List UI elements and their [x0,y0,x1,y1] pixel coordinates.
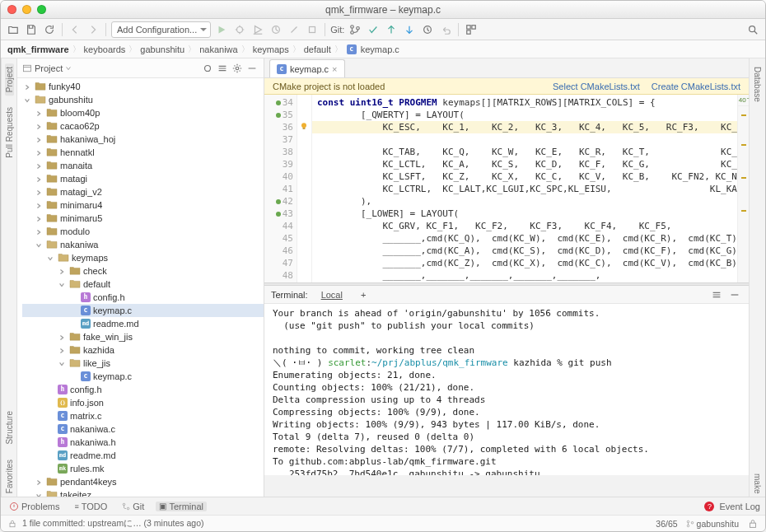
tree-file[interactable]: mkrules.mk [22,462,264,475]
attach-icon[interactable] [287,22,301,37]
tree-folder[interactable]: takeitez [22,488,264,497]
tree-file[interactable]: {}info.json [22,396,264,409]
git-commit-icon[interactable] [366,22,381,37]
structure-tool-button[interactable]: Structure [5,408,14,448]
terminal-tab-local[interactable]: Local [316,288,348,301]
close-window-button[interactable] [7,5,16,14]
tree-chevron-icon[interactable] [58,267,67,275]
close-tab-icon[interactable]: × [332,64,337,74]
reload-icon[interactable] [42,22,57,37]
tree-folder[interactable]: bloom40p [22,106,264,119]
tree-folder[interactable]: cacao62p [22,119,264,133]
terminal-tool-button[interactable]: ▣Terminal [156,502,207,511]
search-everywhere-icon[interactable] [745,22,760,37]
terminal-settings-icon[interactable] [709,287,724,302]
stop-icon[interactable] [305,22,320,37]
todo-tool-button[interactable]: ≡TODO [71,502,110,511]
tree-chevron-icon[interactable] [35,478,44,486]
tree-chevron-icon[interactable] [58,333,67,341]
tree-folder[interactable]: check [22,264,264,278]
git-branch-icon[interactable] [348,22,362,37]
tree-chevron-icon[interactable] [24,82,32,91]
code-editor[interactable]: 343536373839404142434445464748 const uin… [264,95,749,282]
tree-view-selector[interactable]: Project [22,63,72,73]
pull-requests-tool-button[interactable]: Pull Requests [5,104,14,161]
project-structure-icon[interactable] [464,22,479,37]
inspection-indicator[interactable]: 40 ˇ [738,95,749,106]
tree-folder[interactable]: nakaniwa [22,238,264,251]
coverage-icon[interactable] [250,22,265,37]
tree-folder[interactable]: matagi_v2 [22,185,264,198]
tree-folder[interactable]: keymaps [22,251,264,264]
tree-file[interactable]: mdreadme.md [22,449,264,462]
git-rollback-icon[interactable] [438,22,453,37]
tree-folder[interactable]: fake_win_jis [22,330,264,343]
project-tree[interactable]: funky40gabunshitubloom40pcacao62phakaniw… [17,78,264,497]
tree-folder[interactable]: funky40 [22,80,264,93]
editor-right-gutter[interactable]: 40 ˇ [737,95,749,282]
nav-back-icon[interactable] [68,22,82,37]
status-message[interactable]: 1 file committed: upstreamに… (3 minutes … [22,518,204,530]
tree-folder[interactable]: default [22,278,264,291]
crumb-file[interactable]: keymap.c [361,44,399,54]
caret-position[interactable]: 36/65 [656,519,677,529]
crumb-4[interactable]: keymaps [253,44,289,54]
crumb-root[interactable]: qmk_firmware [7,44,69,54]
tree-file[interactable]: cnakaniwa.c [22,422,264,436]
tree-chevron-icon[interactable] [35,175,44,183]
tree-file[interactable]: mdreadme.md [22,317,264,330]
project-tool-button[interactable]: Project [5,63,14,96]
tree-select-opened-icon[interactable] [201,62,214,75]
git-branch-status[interactable]: gabunshitu [686,519,739,529]
tree-chevron-icon[interactable] [47,254,55,262]
save-all-icon[interactable] [24,22,39,37]
tree-chevron-icon[interactable] [35,214,44,222]
editor-tab-keymap[interactable]: c keymap.c × [269,59,345,77]
open-icon[interactable] [6,22,21,37]
tree-hide-icon[interactable] [245,62,259,75]
tree-chevron-icon[interactable] [35,161,44,170]
make-tool-button[interactable]: make [753,470,762,497]
git-tool-button[interactable]: Git [119,502,147,511]
zoom-window-button[interactable] [37,5,46,14]
event-log-alert-icon[interactable]: ? [704,502,714,511]
event-log-button[interactable]: Event Log [719,502,760,511]
tree-folder[interactable]: kazhida [22,343,264,357]
tree-chevron-icon[interactable] [35,491,44,497]
terminal-output[interactable]: Your branch is ahead of 'origin/gabunshi… [264,304,749,475]
tree-chevron-icon[interactable] [35,135,44,143]
tree-folder[interactable]: minimaru4 [22,198,264,212]
status-lock-icon-2[interactable] [747,518,759,530]
create-cmakelists-link[interactable]: Create CMakeLists.txt [652,82,740,91]
debug-icon[interactable] [232,22,247,37]
git-history-icon[interactable] [420,22,435,37]
tree-chevron-icon[interactable] [35,227,44,236]
nav-forward-icon[interactable] [86,22,100,37]
minimize-window-button[interactable] [22,5,31,14]
intention-bulb-icon[interactable] [299,121,309,131]
tree-file[interactable]: hnakaniwa.h [22,436,264,449]
crumb-2[interactable]: gabunshitu [140,44,184,54]
tree-chevron-icon[interactable] [35,148,44,156]
tree-file[interactable]: hconfig.h [22,383,264,396]
tree-folder[interactable]: manaita [22,159,264,172]
run-config-dropdown[interactable]: Add Configuration... [111,21,211,38]
git-update-icon[interactable] [402,22,417,37]
tree-folder[interactable]: minimaru5 [22,212,264,225]
tree-chevron-icon[interactable] [35,201,44,209]
tree-folder[interactable]: hennatkl [22,146,264,159]
tree-expand-all-icon[interactable] [216,62,229,75]
tree-file[interactable]: hconfig.h [22,291,264,304]
crumb-5[interactable]: default [304,44,331,54]
tree-folder[interactable]: modulo [22,225,264,238]
run-icon[interactable] [214,22,229,37]
favorites-tool-button[interactable]: Favorites [5,456,14,497]
tree-chevron-icon[interactable] [58,359,67,367]
tree-chevron-icon[interactable] [35,240,44,249]
tree-settings-icon[interactable] [231,62,244,75]
tree-chevron-icon[interactable] [24,96,32,104]
tree-folder[interactable]: gabunshitu [22,93,264,106]
tree-file[interactable]: ckeymap.c [22,370,264,383]
tree-folder[interactable]: matagi [22,172,264,185]
tree-chevron-icon[interactable] [58,280,67,288]
